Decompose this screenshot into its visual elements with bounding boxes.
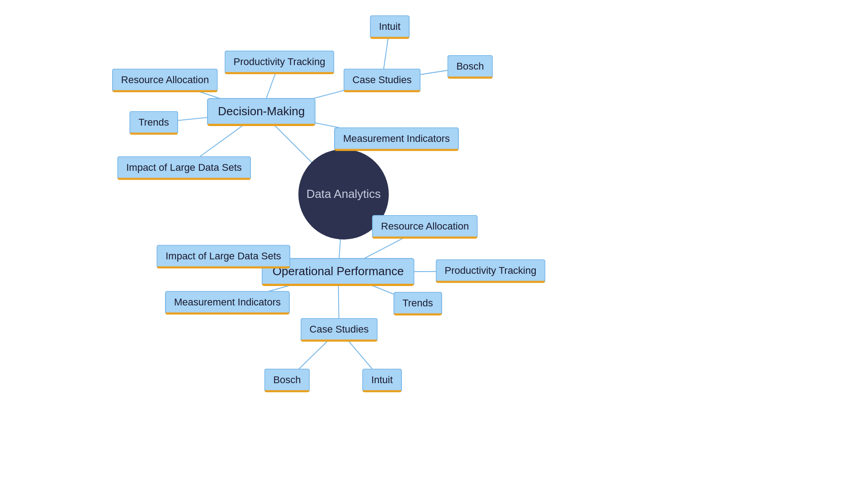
center-label: Data Analytics [307,187,381,202]
branch-op-label: Operational Performance [273,264,404,278]
leaf-dm-impact[interactable]: Impact of Large Data Sets [117,156,251,180]
leaf-cs-bosch-top[interactable]: Bosch [447,55,493,79]
mind-map-canvas: Data Analytics Decision-Making Operation… [0,0,868,488]
leaf-op-resource-allocation[interactable]: Resource Allocation [372,215,478,239]
branch-dm-label: Decision-Making [218,104,305,118]
leaf-dm-resource-allocation[interactable]: Resource Allocation [112,69,218,93]
leaf-op-impact[interactable]: Impact of Large Data Sets [156,245,290,269]
leaf-op-cs-intuit[interactable]: Intuit [362,369,402,393]
leaf-dm-trends[interactable]: Trends [129,111,178,135]
leaf-op-trends[interactable]: Trends [393,292,442,316]
branch-decision-making[interactable]: Decision-Making [207,98,316,126]
leaf-op-measurement[interactable]: Measurement Indicators [165,291,290,315]
leaf-op-productivity-tracking[interactable]: Productivity Tracking [436,259,546,283]
leaf-cs-intuit-top[interactable]: Intuit [370,15,410,39]
leaf-dm-measurement[interactable]: Measurement Indicators [334,127,459,151]
leaf-op-case-studies[interactable]: Case Studies [301,318,378,342]
leaf-dm-case-studies[interactable]: Case Studies [344,69,421,93]
leaf-op-cs-bosch[interactable]: Bosch [264,369,310,393]
leaf-dm-productivity-tracking[interactable]: Productivity Tracking [225,51,335,75]
